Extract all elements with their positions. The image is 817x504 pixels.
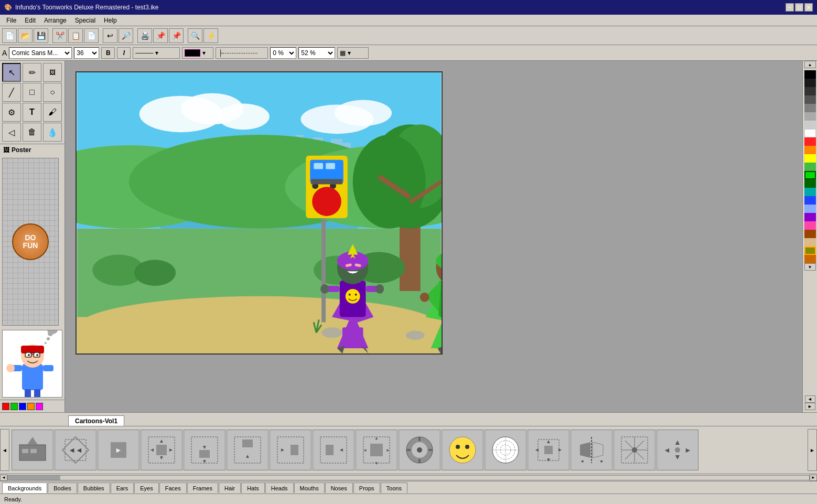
color-dropdown[interactable]: ▾: [182, 47, 213, 59]
font-size-select[interactable]: 36: [74, 47, 99, 59]
palette-brown[interactable]: [804, 230, 816, 238]
sprite-item-10[interactable]: [399, 430, 440, 470]
palette-scroll-down[interactable]: ▼: [804, 263, 816, 271]
cat-tab-ears[interactable]: Ears: [111, 482, 134, 493]
palette-darkgreen[interactable]: [804, 179, 816, 188]
palette-dark[interactable]: [804, 87, 816, 95]
palette-orange[interactable]: [804, 146, 816, 154]
palette-black[interactable]: [804, 70, 816, 79]
palette-very-dark[interactable]: [804, 79, 816, 87]
sprite-item-4[interactable]: ▲ ▼ ◄ ►: [141, 430, 182, 470]
palette-blue[interactable]: [804, 196, 816, 205]
sprite-item-8[interactable]: ◄: [313, 430, 354, 470]
palette-tan[interactable]: [804, 238, 816, 246]
zoom-select[interactable]: 52 %: [298, 47, 335, 59]
sprite-item-15[interactable]: [614, 430, 655, 470]
cat-tab-bodies[interactable]: Bodies: [48, 482, 77, 493]
cat-tab-backgrounds[interactable]: Backgrounds: [2, 482, 47, 493]
menu-file[interactable]: File: [2, 16, 20, 25]
menu-edit[interactable]: Edit: [20, 16, 40, 25]
sprite-scroll-area[interactable]: ◄◄ ► ▲ ▼ ◄ ►: [9, 427, 808, 473]
palette-green[interactable]: [804, 163, 816, 171]
indent-dropdown[interactable]: ├····················: [216, 47, 268, 59]
rect-tool[interactable]: □: [23, 83, 41, 102]
palette-purple[interactable]: [804, 213, 816, 221]
sprite-item-2[interactable]: ◄◄: [55, 430, 96, 470]
cat-tab-heads[interactable]: Heads: [265, 482, 294, 493]
cat-tab-props[interactable]: Props: [353, 482, 380, 493]
menu-special[interactable]: Special: [71, 16, 100, 25]
save-button[interactable]: 💾: [34, 28, 48, 43]
hscroll-thumb[interactable]: [8, 476, 60, 480]
line-style-dropdown[interactable]: ──── ▾: [133, 47, 180, 59]
open-button[interactable]: 📂: [18, 28, 33, 43]
sprite-item-11[interactable]: [442, 430, 483, 470]
paste-button[interactable]: 📄: [84, 28, 99, 43]
cat-tab-noses[interactable]: Noses: [325, 482, 353, 493]
palette-white[interactable]: [804, 129, 816, 137]
bold-button[interactable]: B: [101, 47, 115, 59]
sprite-item-13[interactable]: ▲ ◄ ► ▼: [528, 430, 569, 470]
hscroll-track[interactable]: [7, 475, 810, 480]
sprite-item-6[interactable]: ▲: [227, 430, 268, 470]
canvas-area[interactable]: [65, 61, 802, 412]
cat-tab-eyes[interactable]: Eyes: [134, 482, 158, 493]
copy-button[interactable]: 📋: [68, 28, 83, 43]
text-tool[interactable]: T: [23, 103, 41, 122]
undo-button[interactable]: ↩: [103, 28, 117, 43]
sprite-item-14[interactable]: ◄ ►: [571, 430, 612, 470]
draw-tool[interactable]: ✏: [23, 63, 41, 82]
menu-arrange[interactable]: Arrange: [40, 16, 71, 25]
sprite-nav-left[interactable]: ◄: [0, 429, 9, 471]
image-tool[interactable]: 🖼: [43, 63, 62, 82]
special-button[interactable]: ⚡: [203, 28, 218, 43]
swatch-blue[interactable]: [19, 403, 26, 410]
eraser-tool[interactable]: ◁: [2, 123, 21, 142]
palette-darkorange[interactable]: [804, 255, 816, 263]
hscroll-right[interactable]: ►: [810, 475, 817, 481]
cat-tab-mouths[interactable]: Mouths: [294, 482, 325, 493]
sprite-item-12[interactable]: [485, 430, 526, 470]
hscroll-left[interactable]: ◄: [0, 475, 7, 481]
palette-lightgray[interactable]: [804, 121, 816, 129]
gear-tool[interactable]: ⚙: [2, 103, 21, 122]
menu-help[interactable]: Help: [100, 16, 121, 25]
new-button[interactable]: 📄: [2, 28, 17, 43]
palette-left-arrow[interactable]: ◄: [805, 395, 815, 403]
cat-tab-hats[interactable]: Hats: [241, 482, 265, 493]
palette-gray2[interactable]: [804, 112, 816, 121]
close-button[interactable]: ✕: [804, 3, 813, 12]
minimize-button[interactable]: −: [786, 3, 794, 12]
italic-button[interactable]: I: [117, 47, 131, 59]
pin1-button[interactable]: 📌: [153, 28, 168, 43]
sprite-item-9[interactable]: ▲ ▼ ◄ ►: [356, 430, 397, 470]
redo-button[interactable]: 🔎: [119, 28, 133, 43]
swatch-orange[interactable]: [27, 403, 35, 410]
cat-tab-hair[interactable]: Hair: [219, 482, 241, 493]
view-mode-dropdown[interactable]: ▦ ▾: [337, 47, 369, 59]
sprite-item-5[interactable]: ▼ ▼: [184, 430, 225, 470]
palette-right-arrow[interactable]: ►: [805, 403, 815, 410]
sprite-item-1[interactable]: [12, 430, 53, 470]
palette-dark2[interactable]: [804, 95, 816, 104]
tab-cartoons-vol1[interactable]: Cartoons-Vol1: [68, 415, 124, 426]
sprite-item-7[interactable]: ►: [270, 430, 311, 470]
sprite-item-16[interactable]: ▲ ▼ ◄ ►: [657, 430, 698, 470]
sprite-nav-right[interactable]: ►: [808, 429, 817, 471]
cut-button[interactable]: ✂️: [52, 28, 67, 43]
palette-green2[interactable]: [804, 171, 816, 179]
paint-tool[interactable]: 🖌: [43, 103, 62, 122]
sprite-item-3[interactable]: ►: [98, 430, 139, 470]
palette-skyblue[interactable]: [804, 205, 816, 213]
palette-scroll-up[interactable]: ▲: [804, 61, 816, 68]
maximize-button[interactable]: □: [795, 3, 803, 12]
ellipse-tool[interactable]: ○: [43, 83, 62, 102]
swatch-red[interactable]: [2, 403, 9, 410]
font-name-select[interactable]: Comic Sans M...: [9, 47, 72, 59]
zoom-button[interactable]: 🔍: [188, 28, 202, 43]
cat-tab-faces[interactable]: Faces: [159, 482, 187, 493]
pin2-button[interactable]: 📌: [169, 28, 184, 43]
swatch-green[interactable]: [10, 403, 18, 410]
cat-tab-toons[interactable]: Toons: [381, 482, 407, 493]
delete-tool[interactable]: 🗑: [23, 123, 41, 142]
